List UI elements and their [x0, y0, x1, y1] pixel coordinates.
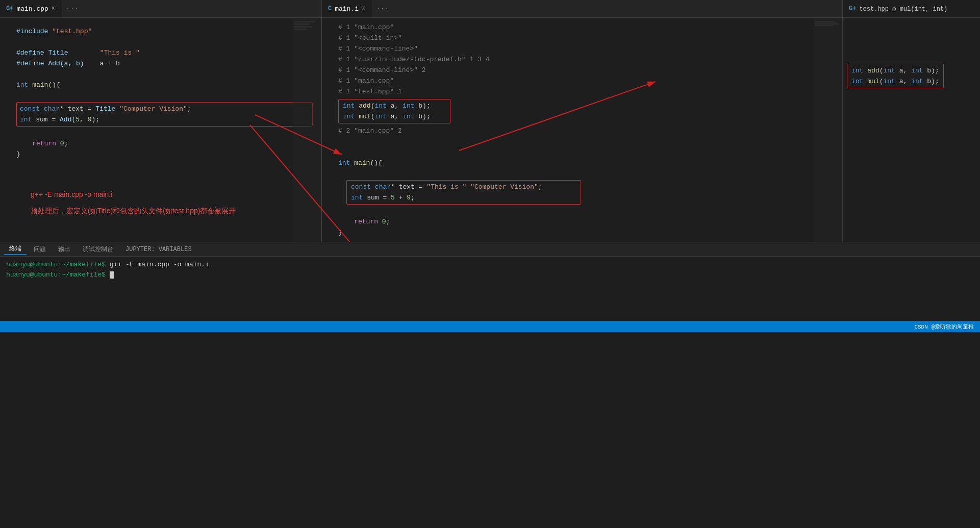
editor-content-middle: # 1 "main.cpp" # 1 "<built-in>" # 1 "<co… — [322, 18, 842, 242]
status-bar: CSDN @爱听歌的周童稚 — [0, 321, 980, 332]
code-line: int main(){ — [322, 158, 842, 168]
tab-output[interactable]: 输出 — [53, 244, 76, 255]
editors-container: #include "test.hpp" #define Title "This … — [0, 18, 980, 242]
bottom-panel: 终端 问题 输出 调试控制台 JUPYTER: VARIABLES huanyu… — [0, 242, 980, 321]
right-red-box-funcs: int add(int a, int b); int mul(int a, in… — [847, 64, 944, 88]
code-line: #define Add(a, b) a + b — [0, 58, 321, 69]
tab-test-hpp[interactable]: G+ test.hpp ⚙ mul(int, int) — [843, 0, 980, 17]
code-line: # 1 "<command-line>" 2 — [322, 65, 842, 76]
hpp-icon: G+ — [849, 5, 856, 12]
annotation-area-left: g++ -E main.cpp -o main.i 预处理后，宏定义(如Titl… — [0, 190, 321, 216]
tab-jupyter-vars[interactable]: JUPYTER: VARIABLES — [120, 245, 197, 254]
middle-red-box-decl: int add(int a, int b); int mul(int a, in… — [338, 99, 450, 123]
code-line: return 0; — [0, 138, 321, 149]
tab-main-cpp-label: main.cpp — [16, 5, 48, 13]
code-line — [322, 136, 842, 147]
code-line: #define Title "This is " — [0, 47, 321, 58]
tab-test-hpp-breadcrumb: test.hpp ⚙ mul(int, int) — [859, 5, 947, 13]
code-line: return 0; — [322, 216, 842, 227]
code-line: int main(){ — [0, 80, 321, 90]
tab-bar-container: G+ main.cpp × ··· C main.i × ··· G+ test… — [0, 0, 980, 18]
code-line: int sum = Add(5, 9); — [20, 114, 309, 125]
minimap-left — [293, 18, 321, 242]
annotation-command: g++ -E main.cpp -o main.i — [31, 190, 321, 198]
code-line: # 1 "main.cpp" — [322, 22, 842, 33]
code-line: #include "test.hpp" — [0, 26, 321, 37]
code-line — [0, 90, 321, 101]
tab-main-cpp-close[interactable]: × — [52, 5, 55, 12]
tab-debug-console[interactable]: 调试控制台 — [78, 244, 118, 255]
code-line — [0, 37, 321, 47]
tab-main-cpp[interactable]: G+ main.cpp × — [0, 0, 62, 17]
terminal-prompt-1: huanyu@ubuntu:~/makefile$ — [6, 261, 106, 268]
editor-pane-right: int add(int a, int b); int mul(int a, in… — [842, 18, 980, 242]
code-line: int add(int a, int b); — [851, 65, 939, 76]
terminal-line-1: huanyu@ubuntu:~/makefile$ g++ -E main.cp… — [6, 260, 974, 270]
code-line: # 1 "/usr/include/stdc-predef.h" 1 3 4 — [322, 54, 842, 65]
editor-pane-middle: # 1 "main.cpp" # 1 "<built-in>" # 1 "<co… — [321, 18, 842, 242]
code-line: int sum = 5 + 9; — [351, 192, 576, 203]
middle-red-box-main: const char* text = "This is " "Computer … — [346, 180, 581, 205]
app-container: G+ main.cpp × ··· C main.i × ··· G+ test… — [0, 0, 980, 332]
tab-left-more[interactable]: ··· — [62, 0, 83, 17]
terminal-line-2: huanyu@ubuntu:~/makefile$ — [6, 270, 974, 280]
tab-middle-more[interactable]: ··· — [372, 0, 393, 17]
tab-main-i-label: main.i — [335, 5, 359, 13]
bottom-tab-bar: 终端 问题 输出 调试控制台 JUPYTER: VARIABLES — [0, 242, 980, 257]
code-line — [322, 168, 842, 179]
terminal-cmd-1: g++ -E main.cpp -o main.i — [110, 261, 209, 268]
tab-problems[interactable]: 问题 — [29, 244, 51, 255]
editor-content-right: int add(int a, int b); int mul(int a, in… — [843, 18, 980, 242]
code-line — [0, 69, 321, 80]
code-line: # 1 "<built-in>" — [322, 33, 842, 43]
code-line: # 1 "<command-line>" — [322, 43, 842, 54]
code-line: const char* text = "This is " "Computer … — [351, 182, 576, 192]
code-line: # 1 "test.hpp" 1 — [322, 86, 842, 97]
terminal-prompt-2: huanyu@ubuntu:~/makefile$ — [6, 271, 106, 279]
code-line: int mul(int a, int b); — [343, 111, 446, 122]
code-line: # 1 "main.cpp" — [322, 76, 842, 86]
code-line: int add(int a, int b); — [343, 100, 446, 111]
tab-terminal[interactable]: 终端 — [4, 243, 27, 255]
c-icon: C — [328, 5, 332, 12]
tab-main-i-close[interactable]: × — [362, 5, 365, 12]
cpp-icon: G+ — [6, 5, 13, 12]
minimap-middle — [814, 18, 842, 242]
code-line: # 2 "main.cpp" 2 — [322, 125, 842, 136]
status-author: CSDN @爱听歌的周童稚 — [914, 323, 974, 331]
editor-pane-left: #include "test.hpp" #define Title "This … — [0, 18, 321, 242]
code-line: int mul(int a, int b); — [851, 76, 939, 87]
editor-content-left: #include "test.hpp" #define Title "This … — [0, 18, 321, 242]
terminal-cursor — [110, 271, 114, 279]
terminal-content: huanyu@ubuntu:~/makefile$ g++ -E main.cp… — [0, 257, 980, 321]
code-line: } — [0, 149, 321, 160]
left-red-box: const char* text = Title "Computer Visio… — [16, 102, 313, 127]
code-line — [322, 206, 842, 216]
code-line: } — [322, 227, 842, 238]
annotation-description: 预处理后，宏定义(如Title)和包含的头文件(如test.hpp)都会被展开 — [31, 207, 321, 216]
code-line — [322, 147, 842, 158]
code-line — [0, 128, 321, 138]
tab-main-i[interactable]: C main.i × — [322, 0, 372, 17]
code-line: const char* text = Title "Computer Visio… — [20, 104, 309, 114]
